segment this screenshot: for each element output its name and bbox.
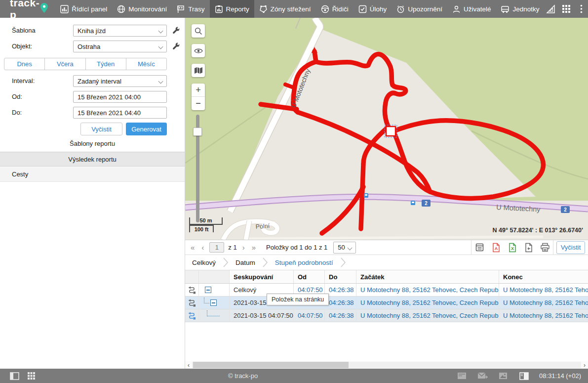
report-view-button[interactable] [471, 240, 488, 255]
template-select[interactable]: Kniha jízd [73, 25, 167, 37]
map-visibility-button[interactable] [192, 44, 205, 57]
clear-form-button[interactable]: Vyčistit [80, 123, 122, 135]
table-row[interactable]: 2021-03-15 04:07:50 04:07:50 04:26:38 U … [185, 309, 588, 322]
result-item-trips[interactable]: Cesty [0, 167, 185, 182]
cell-to[interactable]: 04:26:38 [325, 297, 356, 309]
nav-reports[interactable]: Reporty [210, 0, 254, 18]
nav-dashboard[interactable]: Řídící panel [55, 0, 112, 18]
scroll-right-arrow[interactable]: › [581, 362, 588, 368]
table-row[interactable]: Celkový 04:07:50 04:26:38 U Mototechny 8… [185, 284, 588, 297]
interval-select[interactable]: Zadaný interval [73, 75, 167, 87]
range-month-button[interactable]: Měsíc [126, 58, 167, 70]
page-number-input[interactable] [209, 242, 224, 253]
vehicle-icon [501, 5, 510, 13]
col-header-start[interactable]: Začátek [356, 270, 499, 284]
nav-alerts[interactable]: Upozornění [392, 0, 447, 18]
geofence-icon [259, 5, 268, 13]
image-icon [499, 372, 508, 380]
cell-end-address[interactable]: U Mototechny 88, 25162 Tehovec, Czech Re… [499, 309, 588, 322]
nav-units[interactable]: Jednotky [496, 0, 544, 18]
cell-from[interactable]: 04:07:50 [294, 309, 325, 322]
zoom-slider-handle[interactable] [193, 128, 202, 136]
show-track-icon-active[interactable] [188, 312, 196, 320]
cell-end-address[interactable]: U Mototechny 88, 25162 Tehovec, Czech Re… [499, 284, 588, 297]
map-canvas[interactable]: 2 2 U Mototechny U Mototechny Polní + − [185, 18, 588, 240]
steering-wheel-icon [321, 5, 329, 13]
export-file-button[interactable] [520, 240, 537, 255]
more-menu-button[interactable] [575, 0, 588, 18]
nav-tracks[interactable]: Trasy [172, 0, 209, 18]
range-today-button[interactable]: Dnes [4, 58, 45, 70]
col-header-grouping[interactable]: Seskupování [230, 270, 294, 284]
cell-start-address[interactable]: U Mototechny 88, 25162 Tehovec, Czech Re… [356, 297, 499, 309]
from-date-input[interactable] [73, 91, 167, 103]
nav-users[interactable]: Uživatelé [447, 0, 496, 18]
export-pdf-button[interactable]: A [488, 240, 504, 255]
first-page-button[interactable]: « [187, 244, 198, 251]
page-size-select[interactable]: 50 [333, 242, 356, 254]
breadcrumb-total[interactable]: Celkový [190, 259, 218, 266]
show-track-icon[interactable] [188, 286, 196, 294]
report-result-section-header[interactable]: Výsledek reportu [0, 152, 185, 167]
cell-start-address[interactable]: U Mototechny 88, 25162 Tehovec, Czech Re… [356, 284, 499, 297]
chevron-down-icon [348, 245, 353, 250]
breadcrumb-date[interactable]: Datum [234, 259, 257, 266]
cell-end-address[interactable]: U Mototechny 88, 25162 Tehovec, Czech Re… [499, 297, 588, 309]
to-date-input[interactable] [73, 107, 167, 119]
object-select[interactable]: Ostraha [73, 41, 167, 52]
show-track-icon[interactable] [188, 299, 196, 307]
object-label: Objekt: [12, 43, 32, 50]
export-excel-button[interactable]: X [504, 240, 520, 255]
cell-start-address[interactable]: U Mototechny 88, 25162 Tehovec, Czech Re… [356, 309, 499, 322]
clear-report-button[interactable]: Vyčistit [556, 241, 585, 254]
from-label: Od: [12, 93, 22, 100]
widgets-grid-button[interactable] [23, 369, 39, 383]
object-settings-button[interactable] [172, 42, 181, 52]
apps-grid-icon [562, 4, 571, 13]
map-layers-button[interactable] [192, 64, 205, 77]
nav-geofences[interactable]: Zóny střežení [254, 0, 316, 18]
toggle-right-panel-button[interactable] [515, 369, 532, 383]
table-row[interactable]: 2021-03-15 04:07:50 04:26:38 U Mototechn… [185, 297, 588, 309]
cell-to[interactable]: 04:26:38 [325, 284, 356, 297]
cell-to[interactable]: 04:26:38 [325, 309, 356, 322]
toggle-left-panel-button[interactable] [6, 369, 23, 383]
next-page-button[interactable]: › [239, 244, 248, 251]
interval-label: Interval: [12, 77, 35, 85]
nav-drivers[interactable]: Řidiči [316, 0, 353, 18]
zoom-in-button[interactable]: + [192, 84, 205, 97]
last-page-button[interactable]: » [248, 244, 259, 251]
col-header-from[interactable]: Od [294, 270, 325, 284]
panel-left-icon [10, 372, 19, 380]
apps-grid-button[interactable] [559, 0, 573, 18]
send-mail-button[interactable] [474, 369, 491, 383]
nav-label: Uživatelé [464, 5, 491, 13]
print-button[interactable] [537, 240, 553, 255]
media-button[interactable] [495, 369, 511, 383]
prev-page-button[interactable]: ‹ [198, 244, 207, 251]
chevron-down-icon [158, 44, 163, 49]
collapse-toggle[interactable] [205, 287, 211, 293]
report-templates-section-title[interactable]: Šablony reportu [0, 140, 185, 147]
template-settings-button[interactable] [172, 26, 181, 37]
collapse-toggle[interactable] [210, 299, 217, 306]
notes-button[interactable] [453, 369, 470, 383]
scrollbar-track[interactable] [192, 362, 581, 368]
map-search-button[interactable] [192, 24, 205, 38]
zoom-out-button[interactable]: − [192, 97, 205, 110]
generate-button[interactable]: Generovat [126, 123, 167, 135]
app-logo[interactable]: track-p [0, 0, 55, 18]
map-scale-control: 50 m 100 ft [189, 217, 223, 232]
range-week-button[interactable]: Týden [85, 58, 126, 70]
col-header-end[interactable]: Konec [499, 270, 588, 284]
measure-tool-button[interactable] [545, 0, 558, 18]
nav-monitoring[interactable]: Monitorování [112, 0, 172, 18]
excel-file-icon: X [508, 243, 517, 253]
col-header-to[interactable]: Do [325, 270, 356, 284]
scroll-left-arrow[interactable]: ‹ [185, 362, 192, 368]
scrollbar-thumb[interactable] [193, 362, 349, 368]
breadcrumb-detail-level[interactable]: Stupeň podrobností [273, 259, 335, 266]
range-yesterday-button[interactable]: Včera [44, 58, 85, 70]
nav-tasks[interactable]: Úlohy [353, 0, 392, 18]
object-select-value: Ostraha [78, 43, 100, 50]
